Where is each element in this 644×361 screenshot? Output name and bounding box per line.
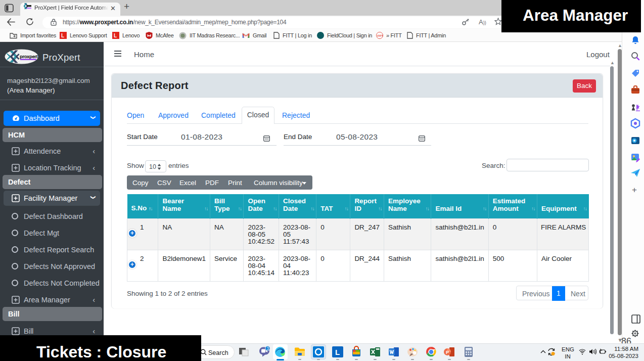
svg-text:L: L <box>114 33 117 38</box>
svg-text:3: 3 <box>266 346 269 351</box>
svg-text:L: L <box>61 33 64 38</box>
svg-text:proxpert: proxpert <box>20 54 38 59</box>
svg-text:L: L <box>335 348 340 356</box>
svg-text:FITT: FITT <box>378 34 384 37</box>
svg-text:P: P <box>446 350 449 355</box>
